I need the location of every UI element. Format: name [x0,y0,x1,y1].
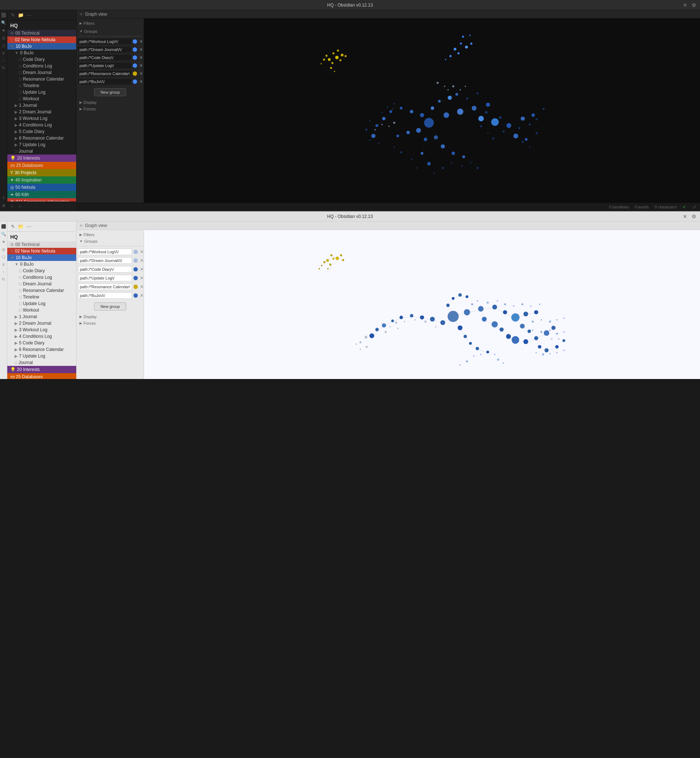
color-dot-3[interactable] [133,55,137,60]
sidebar-cat-interests[interactable]: 💡 20 Interests [7,154,76,162]
sidebar-cat-emergency[interactable]: ☢ 911 Emergency Information [7,198,76,201]
starred-icon-light[interactable]: ★ [1,238,6,245]
graph-area-light[interactable] [144,230,700,379]
sidebar-item-5code[interactable]: ▶ 5 Code Diary [7,128,76,135]
color-dot-6-light[interactable] [133,293,138,298]
close-btn-light[interactable]: ✕ [682,213,688,220]
color-dot-5-light[interactable] [133,285,138,289]
remove-btn-5[interactable]: ✕ [139,71,144,76]
more-options-btn[interactable]: ⋯ [26,12,32,19]
sidebar-item-update-log[interactable]: □ Update Log [7,89,76,95]
sidebar-item-6resonance-light[interactable]: ▶ 6 Resonance Calendar [7,346,76,353]
sidebar-cat-projects[interactable]: Y 30 Projects [7,169,76,176]
forward-btn[interactable]: → [17,203,22,209]
remove-btn-1-light[interactable]: ✕ [139,249,144,254]
new-group-btn-light[interactable]: New group [94,303,126,310]
path-input-4-light[interactable] [78,275,132,281]
sidebar-item-6resonance[interactable]: ▶ 6 Resonance Calendar [7,135,76,141]
sidebar-item-2dream[interactable]: ▶ 2 Dream Journal [7,109,76,115]
path-input-4[interactable] [78,63,131,69]
help-icon-light[interactable]: ? [1,378,5,379]
sidebar-item-4conditions[interactable]: ▶ 4 Conditions Log [7,122,76,128]
groups-toggle[interactable]: Groups [78,28,142,34]
sidebar-item-3workout-light[interactable]: ▶ 3 Workout Log [7,326,76,333]
color-dot-4[interactable] [133,63,137,68]
sidebar-item-journal[interactable]: □ Journal [7,148,76,154]
sidebar-item-journal-light[interactable]: □ Journal [7,359,76,366]
search-icon-light[interactable]: 🔍 [0,231,7,238]
color-dot-5[interactable] [133,72,137,76]
search-icon[interactable]: 🔍 [0,19,7,26]
path-input-1[interactable] [78,39,131,44]
graph-icon-light[interactable]: ◎ [1,246,6,253]
filters-toggle-light[interactable]: Filters [78,231,142,238]
path-input-3-light[interactable] [78,266,132,273]
tags-icon-light[interactable]: # [1,261,5,268]
remove-btn-6-light[interactable]: ✕ [139,293,144,298]
sidebar-item-3workout[interactable]: ▶ 3 Workout Log [7,115,76,122]
sidebar-item-bujo-light[interactable]: ▼ 10 BuJo [7,254,76,261]
help-icon[interactable]: ? [0,195,7,201]
expand-icon[interactable]: ⤢ [692,204,697,210]
remove-btn-6[interactable]: ✕ [139,79,144,84]
path-input-2[interactable] [78,47,131,53]
sidebar-item-resonance-calendar-light[interactable]: □ Resonance Calendar [7,287,76,294]
sync-icon[interactable]: ↻ [0,64,7,72]
sidebar-item-code-diary[interactable]: □ Code Diary [7,56,76,63]
sidebar-item-5code-light[interactable]: ▶ 5 Code Diary [7,340,76,346]
color-dot-3-light[interactable] [133,267,138,271]
sidebar-item-code-diary-light[interactable]: □ Code Diary [7,267,76,274]
remove-btn-4-light[interactable]: ✕ [139,276,144,281]
new-group-btn[interactable]: New group [94,88,126,96]
new-note-btn[interactable]: ✎ [10,12,16,19]
color-dot-6[interactable] [133,80,137,84]
forces-toggle[interactable]: Forces [78,106,142,112]
sidebar-cat-databases-light[interactable]: 🗃 25 Databases [7,373,76,379]
files-icon[interactable]: ⬛ [0,12,7,19]
sidebar-item-technical[interactable]: ⚙ 00 Technical [7,30,76,36]
backlinks-icon-light[interactable]: ⬡ [1,254,6,260]
sidebar-item-0bujo-light[interactable]: ▼ 0 BuJo [7,261,76,267]
remove-btn-3[interactable]: ✕ [139,55,144,60]
color-dot-2-light[interactable] [133,258,138,263]
sidebar-item-7update-light[interactable]: ▶ 7 Update Log [7,353,76,359]
sidebar-cat-interests-light[interactable]: 💡 20 Interests [7,366,76,373]
sidebar-item-conditions-log-light[interactable]: □ Conditions Log [7,274,76,281]
sidebar-item-timeline-light[interactable]: □ Timeline [7,294,76,300]
close-panel-icon-light[interactable]: ✕ [80,223,83,228]
remove-btn-4[interactable]: ✕ [139,63,144,68]
sidebar-item-update-log-light[interactable]: □ Update Log [7,300,76,307]
remove-btn-2-light[interactable]: ✕ [139,258,144,263]
sidebar-item-1journal-light[interactable]: ▶ 1 Journal [7,313,76,320]
remove-btn-5-light[interactable]: ✕ [139,284,144,289]
publish-icon-light[interactable]: ↑ [2,268,6,275]
sidebar-item-resonance-calendar[interactable]: □ Resonance Calendar [7,76,76,83]
sidebar-item-workout-light[interactable]: □ Workout [7,307,76,313]
sidebar-cat-databases[interactable]: 🗃 25 Databases [7,162,76,169]
sidebar-item-2dream-light[interactable]: ▶ 2 Dream Journal [7,320,76,326]
path-input-5-light[interactable] [78,284,132,290]
sidebar-item-timeline[interactable]: □ Timeline [7,83,76,89]
sidebar-item-7update[interactable]: ▶ 7 Update Log [7,141,76,148]
tags-icon[interactable]: # [0,50,7,56]
remove-btn-1[interactable]: ✕ [139,39,144,44]
settings-btn-light[interactable]: ⚙ [691,213,697,220]
groups-toggle-light[interactable]: Groups [78,238,142,245]
filters-toggle[interactable]: Filters [78,20,142,27]
settings-btn-dark[interactable]: ⚙ [691,2,697,9]
sidebar-item-4conditions-light[interactable]: ▶ 4 Conditions Log [7,333,76,340]
graph-area-dark[interactable] [144,19,700,203]
sidebar-item-new-note-light[interactable]: ✎ 02 New Note Nebula [7,248,76,254]
sidebar-cat-inspiration[interactable]: ✦ 40 Inspiration [7,176,76,184]
path-input-2-light[interactable] [78,257,132,264]
display-toggle[interactable]: Display [78,99,142,106]
remove-btn-2[interactable]: ✕ [139,47,144,52]
close-btn-dark[interactable]: ✕ [682,2,688,9]
display-toggle-light[interactable]: Display [78,313,142,320]
path-input-5[interactable] [78,71,131,76]
settings-icon[interactable]: ⚙ [0,202,7,209]
remove-btn-3-light[interactable]: ✕ [139,267,144,272]
path-input-6-light[interactable] [78,292,132,299]
sidebar-cat-kith[interactable]: ❧ 60 Kith [7,191,76,198]
color-dot-1[interactable] [133,39,137,44]
